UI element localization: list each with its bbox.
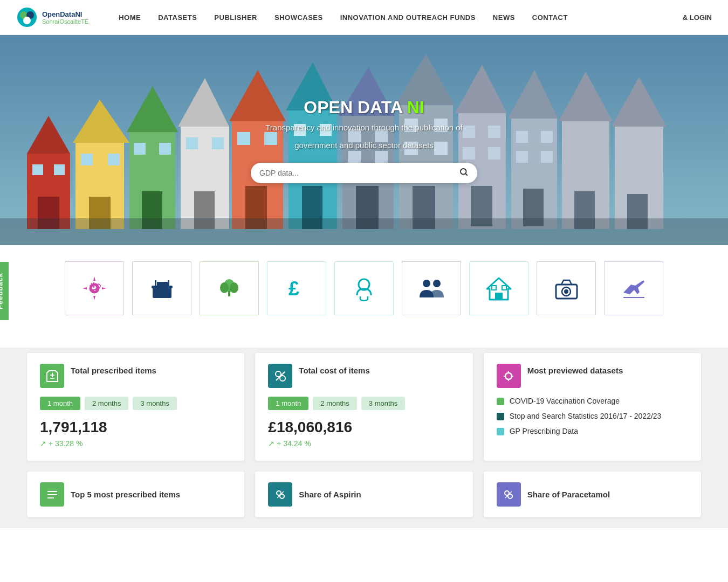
total-cost-card: Total cost of items 1 month 2 months 3 m… bbox=[255, 353, 472, 461]
search-bar[interactable] bbox=[251, 163, 477, 183]
svg-point-3 bbox=[23, 17, 31, 24]
svg-point-99 bbox=[564, 289, 568, 294]
svg-text:£: £ bbox=[289, 278, 299, 300]
nav-news[interactable]: NEWS bbox=[484, 0, 524, 35]
prescribed-value: 1,791,118 bbox=[40, 419, 231, 436]
svg-rect-61 bbox=[516, 131, 528, 143]
paracetamol-title: Share of Paracetamol bbox=[527, 490, 610, 499]
svg-point-91 bbox=[423, 280, 430, 287]
preview-label-1: Stop and Search Statistics 2016/17 - 202… bbox=[510, 412, 662, 420]
housing-icon bbox=[484, 274, 514, 303]
preview-label-0: COVID-19 Vaccination Coverage bbox=[510, 397, 620, 405]
prescribed-title: Total prescribed items bbox=[71, 364, 156, 375]
preview-dot-0 bbox=[497, 398, 504, 405]
preview-item-0[interactable]: COVID-19 Vaccination Coverage bbox=[497, 397, 688, 405]
hero-section: OPEN DATA NI Transparency and innovation… bbox=[0, 35, 728, 245]
nav-datasets[interactable]: DATASETS bbox=[149, 0, 205, 35]
hero-subtitle-line1: Transparency and innovation through the … bbox=[251, 123, 477, 132]
svg-rect-82 bbox=[168, 280, 169, 288]
logo-tagline: SonraíOscailteTE bbox=[42, 18, 88, 25]
filter-1month-prescribed[interactable]: 1 month bbox=[40, 397, 80, 410]
prescribed-change: + 33.28 % bbox=[40, 439, 231, 448]
nav-home[interactable]: HOME bbox=[110, 0, 149, 35]
category-finance[interactable]: £ bbox=[267, 261, 326, 315]
svg-rect-8 bbox=[32, 164, 43, 175]
preview-dot-2 bbox=[497, 428, 504, 435]
preview-item-1[interactable]: Stop and Search Statistics 2016/17 - 202… bbox=[497, 412, 688, 420]
hero-subtitle-line2: government and public sector datasets bbox=[251, 141, 477, 150]
finance-icon: £ bbox=[282, 274, 312, 303]
svg-rect-63 bbox=[516, 151, 528, 163]
nav-showcases[interactable]: SHOWCASES bbox=[266, 0, 332, 35]
cost-icon bbox=[268, 364, 292, 388]
svg-rect-86 bbox=[228, 291, 230, 296]
nav-menu: HOME DATASETS PUBLISHER SHOWCASES INNOVA… bbox=[110, 0, 683, 35]
filter-2months-prescribed[interactable]: 2 months bbox=[85, 397, 128, 410]
category-travel[interactable] bbox=[604, 261, 663, 315]
svg-point-107 bbox=[505, 373, 512, 379]
cost-change: + 34.24 % bbox=[268, 439, 459, 448]
search-button[interactable] bbox=[459, 167, 469, 179]
svg-rect-57 bbox=[488, 147, 500, 160]
svg-rect-64 bbox=[541, 151, 553, 163]
preview-item-2[interactable]: GP Prescribing Data bbox=[497, 427, 688, 435]
svg-rect-81 bbox=[155, 280, 156, 288]
aspirin-card: Share of Aspirin bbox=[255, 472, 472, 517]
svg-rect-95 bbox=[492, 286, 496, 290]
svg-point-85 bbox=[230, 282, 238, 293]
filter-3months-cost[interactable]: 3 months bbox=[361, 397, 405, 410]
navigation: OpenDataNI SonraíOscailteTE HOME DATASET… bbox=[0, 0, 728, 35]
camera-icon bbox=[552, 274, 581, 303]
svg-rect-13 bbox=[81, 154, 93, 165]
category-education[interactable] bbox=[132, 261, 191, 315]
total-prescribed-card: Total prescribed items 1 month 2 months … bbox=[27, 353, 244, 461]
svg-rect-78 bbox=[153, 287, 171, 298]
svg-text:⚙: ⚙ bbox=[95, 282, 102, 290]
nav-publisher[interactable]: PUBLISHER bbox=[205, 0, 266, 35]
svg-rect-9 bbox=[54, 164, 65, 175]
travel-icon bbox=[619, 274, 649, 303]
people-icon bbox=[417, 274, 447, 303]
category-people[interactable] bbox=[402, 261, 461, 315]
environment-icon bbox=[215, 274, 244, 303]
stats-section: Total prescribed items 1 month 2 months … bbox=[0, 331, 728, 528]
category-housing[interactable] bbox=[469, 261, 528, 315]
top5-card: Top 5 most prescribed items bbox=[27, 472, 244, 517]
bottom-cards-grid: Top 5 most prescribed items Share of Asp… bbox=[27, 472, 701, 517]
svg-line-73 bbox=[465, 174, 467, 175]
svg-rect-28 bbox=[237, 132, 250, 145]
filter-2months-cost[interactable]: 2 months bbox=[313, 397, 356, 410]
preview-list: COVID-19 Vaccination Coverage Stop and S… bbox=[497, 397, 688, 435]
prescription-icon bbox=[40, 364, 64, 388]
nav-contact[interactable]: CONTACT bbox=[524, 0, 576, 35]
category-photography[interactable] bbox=[537, 261, 596, 315]
logo[interactable]: OpenDataNI SonraíOscailteTE bbox=[16, 6, 88, 28]
svg-point-72 bbox=[461, 169, 466, 175]
prescribed-filters: 1 month 2 months 3 months bbox=[40, 397, 231, 410]
cost-filters: 1 month 2 months 3 months bbox=[268, 397, 459, 410]
search-input[interactable] bbox=[259, 169, 459, 177]
stats-grid: Total prescribed items 1 month 2 months … bbox=[27, 353, 701, 461]
category-health[interactable] bbox=[334, 261, 394, 315]
svg-rect-96 bbox=[502, 286, 506, 290]
feedback-tab[interactable]: Feedback bbox=[0, 262, 9, 320]
svg-rect-14 bbox=[108, 154, 120, 165]
category-environment[interactable] bbox=[200, 261, 259, 315]
categories-section: ⚙ ⚙ £ bbox=[0, 245, 728, 331]
svg-rect-18 bbox=[134, 143, 146, 155]
svg-point-92 bbox=[433, 280, 441, 287]
paracetamol-card: Share of Paracetamol bbox=[484, 472, 701, 517]
filter-1month-cost[interactable]: 1 month bbox=[268, 397, 308, 410]
logo-icon bbox=[16, 6, 38, 28]
nav-innovation[interactable]: INNOVATION AND OUTREACH FUNDS bbox=[332, 0, 484, 35]
login-button[interactable]: & LOGIN bbox=[683, 13, 712, 22]
svg-point-84 bbox=[220, 282, 229, 293]
svg-rect-55 bbox=[488, 126, 500, 138]
category-government[interactable]: ⚙ ⚙ bbox=[65, 261, 124, 315]
hero-title: OPEN DATA NI bbox=[251, 98, 477, 117]
filter-3months-prescribed[interactable]: 3 months bbox=[133, 397, 176, 410]
gear-icon: ⚙ ⚙ bbox=[80, 274, 109, 303]
preview-label-2: GP Prescribing Data bbox=[510, 427, 578, 435]
top5-title: Top 5 most prescribed items bbox=[71, 490, 180, 499]
previewed-title: Most previewed datasets bbox=[527, 364, 623, 375]
